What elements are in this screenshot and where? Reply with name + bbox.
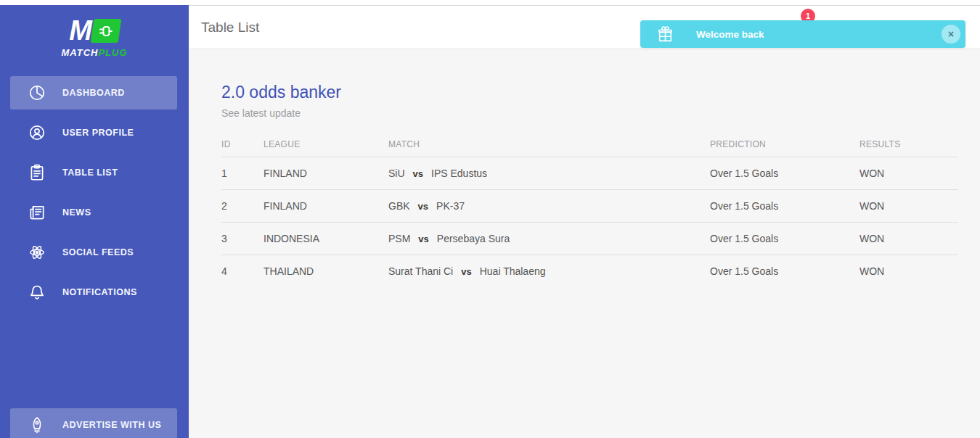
content-panel: 2.0 odds banker See latest update ID LEA… xyxy=(189,49,980,438)
logo-green-box xyxy=(91,19,122,43)
cell-result: WON xyxy=(859,157,958,190)
sidebar-item-table-list[interactable]: TABLE LIST xyxy=(10,156,177,189)
vs-label: vs xyxy=(461,266,471,277)
brand-logo: M MATCHPLUG xyxy=(0,5,189,58)
sidebar-item-dashboard[interactable]: DASHBOARD xyxy=(10,76,177,110)
rocket-icon xyxy=(28,416,46,434)
sidebar-item-advertise[interactable]: ADVERTISE WITH US xyxy=(10,408,177,438)
cell-prediction: Over 1.5 Goals xyxy=(710,255,859,288)
sidebar-item-label: ADVERTISE WITH US xyxy=(62,420,161,430)
pie-chart-icon xyxy=(28,83,46,102)
table-row: 3INDONESIAPSMvsPersebaya SuraOver 1.5 Go… xyxy=(221,223,958,255)
cell-id: 1 xyxy=(221,157,264,190)
column-header-id: ID xyxy=(221,139,264,157)
cell-result: WON xyxy=(859,223,958,255)
column-header-results: RESULTS xyxy=(859,139,958,157)
plug-icon xyxy=(97,22,115,39)
top-strip xyxy=(0,0,980,5)
table-row: 4THAILANDSurat Thani CivsHuai ThalaengOv… xyxy=(221,255,958,288)
cell-prediction: Over 1.5 Goals xyxy=(710,223,859,255)
away-team: Huai Thalaeng xyxy=(480,265,546,277)
app: M MATCHPLUG DASHBOARD xyxy=(0,5,980,438)
sidebar-item-label: NEWS xyxy=(62,207,91,218)
clipboard-icon xyxy=(28,163,46,182)
close-icon[interactable]: × xyxy=(942,25,960,44)
gift-icon xyxy=(656,25,674,44)
logo-mark: M xyxy=(0,14,189,47)
table-row: 1FINLANDSiUvsIPS EdustusOver 1.5 GoalsWO… xyxy=(221,157,958,190)
predictions-table: ID LEAGUE MATCH PREDICTION RESULTS 1FINL… xyxy=(221,139,958,288)
column-header-prediction: PREDICTION xyxy=(710,139,859,157)
sidebar-item-label: TABLE LIST xyxy=(62,168,118,178)
cell-result: WON xyxy=(859,255,958,288)
cell-league: FINLAND xyxy=(264,190,388,223)
home-team: SiU xyxy=(388,168,405,179)
cell-match: PSMvsPersebaya Sura xyxy=(388,223,710,255)
away-team: PK-37 xyxy=(436,200,465,212)
cell-id: 2 xyxy=(221,190,264,223)
sidebar-item-label: DASHBOARD xyxy=(62,88,125,98)
sidebar-item-label: NOTIFICATIONS xyxy=(62,287,137,297)
sidebar-nav: DASHBOARD USER PROFILE TABLE LIST NEWS xyxy=(0,76,189,309)
table-row: 2FINLANDGBKvsPK-37Over 1.5 GoalsWON xyxy=(221,190,958,223)
atom-icon xyxy=(28,243,46,262)
cell-prediction: Over 1.5 Goals xyxy=(710,157,859,190)
toast-message: Welcome back xyxy=(696,29,942,40)
brand-name-plug: PLUG xyxy=(98,47,127,58)
page-title: Table List xyxy=(201,20,259,36)
brand-name-match: MATCH xyxy=(61,47,98,58)
sidebar-item-label: SOCIAL FEEDS xyxy=(62,247,134,257)
brand-name: MATCHPLUG xyxy=(0,47,189,58)
section-subheading: See latest update xyxy=(221,107,958,119)
bell-icon xyxy=(28,283,46,302)
sidebar-item-news[interactable]: NEWS xyxy=(10,196,177,229)
home-team: Surat Thani Ci xyxy=(388,265,453,277)
away-team: IPS Edustus xyxy=(431,168,487,179)
logo-letter-m: M xyxy=(69,15,91,46)
welcome-toast: Welcome back × xyxy=(640,20,965,48)
cell-id: 4 xyxy=(221,255,264,288)
cell-id: 3 xyxy=(221,223,264,255)
main-area: Table List 1 Welcome back × 2.0 odds ban… xyxy=(189,5,980,438)
away-team: Persebaya Sura xyxy=(437,233,510,244)
home-team: PSM xyxy=(388,233,410,244)
cell-league: FINLAND xyxy=(264,157,388,190)
column-header-league: LEAGUE xyxy=(264,139,388,157)
sidebar-item-user-profile[interactable]: USER PROFILE xyxy=(10,116,177,149)
cell-match: SiUvsIPS Edustus xyxy=(388,157,710,190)
table-body: 1FINLANDSiUvsIPS EdustusOver 1.5 GoalsWO… xyxy=(221,157,958,288)
vs-label: vs xyxy=(418,234,428,244)
table-header-row: ID LEAGUE MATCH PREDICTION RESULTS xyxy=(221,139,958,157)
sidebar-item-social-feeds[interactable]: SOCIAL FEEDS xyxy=(10,236,177,269)
home-team: GBK xyxy=(388,200,410,212)
sidebar-item-notifications[interactable]: NOTIFICATIONS xyxy=(10,276,177,309)
cell-prediction: Over 1.5 Goals xyxy=(710,190,859,223)
sidebar: M MATCHPLUG DASHBOARD xyxy=(0,5,189,438)
column-header-match: MATCH xyxy=(388,139,710,157)
section-heading: 2.0 odds banker xyxy=(221,83,958,102)
cell-result: WON xyxy=(859,190,958,223)
cell-league: INDONESIA xyxy=(264,223,388,255)
newspaper-icon xyxy=(28,203,46,222)
vs-label: vs xyxy=(418,201,428,212)
user-icon xyxy=(28,123,46,142)
sidebar-item-label: USER PROFILE xyxy=(62,128,134,138)
cell-league: THAILAND xyxy=(264,255,388,288)
vs-label: vs xyxy=(413,168,423,179)
cell-match: Surat Thani CivsHuai Thalaeng xyxy=(388,255,710,288)
cell-match: GBKvsPK-37 xyxy=(388,190,710,223)
